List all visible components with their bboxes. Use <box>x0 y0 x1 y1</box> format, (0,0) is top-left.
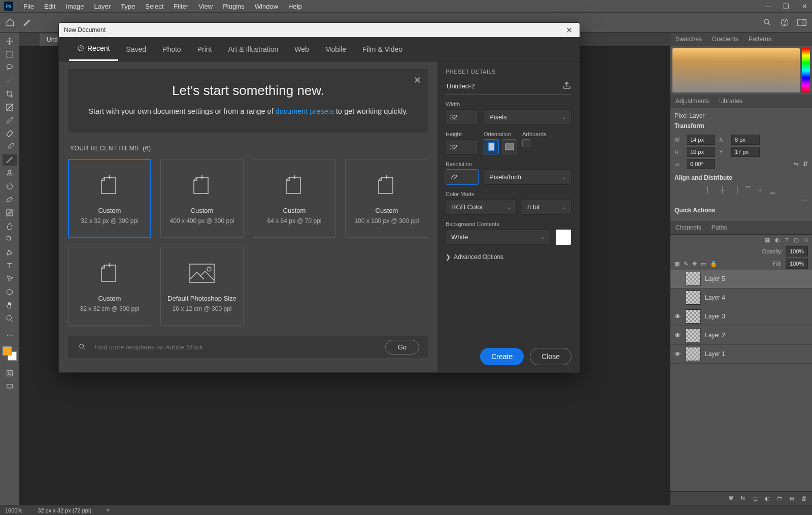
category-tab-recent[interactable]: Recent <box>69 37 118 61</box>
filter-text-icon[interactable]: T <box>785 237 789 243</box>
create-button[interactable]: Create <box>480 348 524 365</box>
visibility-icon[interactable]: 👁 <box>674 313 682 320</box>
text-tool-icon[interactable] <box>3 260 17 271</box>
minimize-icon[interactable]: — <box>764 3 771 10</box>
lock-transparent-icon[interactable]: ▩ <box>674 261 680 267</box>
align-right-icon[interactable]: ▕ <box>733 186 737 194</box>
category-tab-art-illustration[interactable]: Art & Illustration <box>220 37 286 61</box>
shape-tool-icon[interactable] <box>3 286 17 298</box>
menu-type[interactable]: Type <box>116 1 140 12</box>
pen-tool-icon[interactable] <box>3 247 17 258</box>
close-icon[interactable]: ✕ <box>564 25 574 35</box>
resolution-unit-select[interactable]: Pixels/Inch⌄ <box>484 169 571 185</box>
width-input[interactable] <box>687 135 715 145</box>
category-tab-photo[interactable]: Photo <box>154 37 189 61</box>
align-top-icon[interactable]: ▔ <box>746 186 750 194</box>
width-unit-select[interactable]: Pixels⌄ <box>484 109 571 125</box>
preset-card[interactable]: Custom 32 x 32 cm @ 300 ppi <box>68 247 151 326</box>
panel-tab-channels[interactable]: Channels <box>670 221 706 234</box>
opacity-value[interactable]: 100% <box>786 246 808 256</box>
search-icon[interactable] <box>762 17 772 27</box>
move-tool-icon[interactable] <box>3 36 17 47</box>
link-layers-icon[interactable]: ⌘ <box>727 494 735 502</box>
go-button[interactable]: Go <box>385 340 419 355</box>
panel-tab-adjustments[interactable]: Adjustments <box>670 94 714 108</box>
wand-tool-icon[interactable] <box>3 75 17 86</box>
filter-pixel-icon[interactable]: ▦ <box>765 237 770 243</box>
panel-tab-libraries[interactable]: Libraries <box>714 94 748 108</box>
dodge-tool-icon[interactable] <box>3 234 17 245</box>
path-select-icon[interactable] <box>3 273 17 284</box>
frame-tool-icon[interactable] <box>3 102 17 113</box>
align-center-h-icon[interactable]: ┼ <box>720 186 725 194</box>
menu-help[interactable]: Help <box>283 1 307 12</box>
new-group-icon[interactable]: 🗀 <box>775 494 784 502</box>
flip-h-icon[interactable]: ⇋ <box>794 160 799 168</box>
document-presets-link[interactable]: document presets <box>276 107 334 115</box>
menu-layer[interactable]: Layer <box>89 1 116 12</box>
panel-tab-gradients[interactable]: Gradients <box>707 33 743 46</box>
layer-row[interactable]: Layer 4 <box>670 288 812 307</box>
lock-nest-icon[interactable]: ▭ <box>701 261 706 267</box>
panel-tab-patterns[interactable]: Patterns <box>743 33 776 46</box>
height-input[interactable] <box>687 147 715 157</box>
filter-adjust-icon[interactable]: ◐ <box>775 237 780 243</box>
new-adjustment-icon[interactable]: ◐ <box>763 494 771 502</box>
background-select[interactable]: White⌄ <box>446 229 550 245</box>
close-button[interactable]: Close <box>530 348 571 365</box>
heal-tool-icon[interactable] <box>3 128 17 139</box>
artboards-checkbox[interactable] <box>522 139 530 147</box>
menu-filter[interactable]: Filter <box>168 1 193 12</box>
zoom-tool-icon[interactable] <box>3 313 17 324</box>
fill-value[interactable]: 100% <box>786 259 808 269</box>
angle-input[interactable] <box>687 159 715 169</box>
background-color-swatch[interactable] <box>555 229 571 245</box>
category-tab-web[interactable]: Web <box>286 37 317 61</box>
category-tab-film-video[interactable]: Film & Video <box>354 37 411 61</box>
align-left-icon[interactable]: ▏ <box>707 186 712 194</box>
menu-image[interactable]: Image <box>60 1 89 12</box>
layer-row[interactable]: 👁 Layer 1 <box>670 345 812 364</box>
color-mode-select[interactable]: RGB Color⌄ <box>446 199 517 215</box>
layer-fx-icon[interactable]: fx <box>739 494 747 502</box>
quickmask-icon[interactable] <box>3 368 17 379</box>
align-center-v-icon[interactable]: ┼ <box>758 186 763 194</box>
category-tab-mobile[interactable]: Mobile <box>317 37 354 61</box>
brush-tool-icon[interactable] <box>3 141 17 152</box>
menu-plugins[interactable]: Plugins <box>218 1 250 12</box>
preset-card[interactable]: Default Photoshop Size 16 x 12 cm @ 300 … <box>160 247 244 326</box>
maximize-icon[interactable]: ❐ <box>783 3 790 10</box>
color-swatches[interactable] <box>3 346 17 361</box>
zoom-level[interactable]: 1600% <box>5 507 22 513</box>
gradient-tool-icon[interactable] <box>3 207 17 218</box>
menu-select[interactable]: Select <box>140 1 168 12</box>
home-icon[interactable] <box>5 17 15 27</box>
orientation-landscape[interactable] <box>502 139 517 154</box>
layer-row[interactable]: 👁 Layer 3 <box>670 307 812 326</box>
category-tab-print[interactable]: Print <box>189 37 220 61</box>
align-bottom-icon[interactable]: ▁ <box>770 186 775 194</box>
color-picker-panel[interactable] <box>670 46 812 94</box>
resolution-input[interactable] <box>446 169 479 185</box>
category-tab-saved[interactable]: Saved <box>118 37 154 61</box>
menu-edit[interactable]: Edit <box>39 1 60 12</box>
lock-position-icon[interactable]: ✥ <box>692 261 697 267</box>
y-input[interactable] <box>731 147 760 157</box>
layer-row[interactable]: 👁 Layer 2 <box>670 326 812 345</box>
orientation-portrait[interactable] <box>484 139 499 154</box>
panel-tab-swatches[interactable]: Swatches <box>670 33 707 46</box>
preset-card[interactable]: Custom 100 x 100 px @ 300 ppi <box>345 159 428 238</box>
menu-file[interactable]: File <box>18 1 39 12</box>
workspace-switcher-icon[interactable] <box>797 17 807 27</box>
add-mask-icon[interactable]: ◻ <box>751 494 759 502</box>
advanced-options-toggle[interactable]: ❯ Advanced Options <box>446 253 571 261</box>
new-layer-icon[interactable]: ⊞ <box>788 494 796 502</box>
bit-depth-select[interactable]: 8 bit⌄ <box>522 199 571 215</box>
status-caret-icon[interactable]: > <box>107 507 110 513</box>
height-input[interactable] <box>446 139 479 155</box>
filter-smart-icon[interactable]: ◇ <box>804 237 808 243</box>
document-name-input[interactable] <box>446 81 562 91</box>
preset-card[interactable]: Custom 400 x 400 px @ 300 ppi <box>160 159 244 238</box>
preset-card[interactable]: Custom 64 x 64 px @ 70 ppi <box>253 159 336 238</box>
more-tools-icon[interactable]: ⋯ <box>3 329 17 340</box>
